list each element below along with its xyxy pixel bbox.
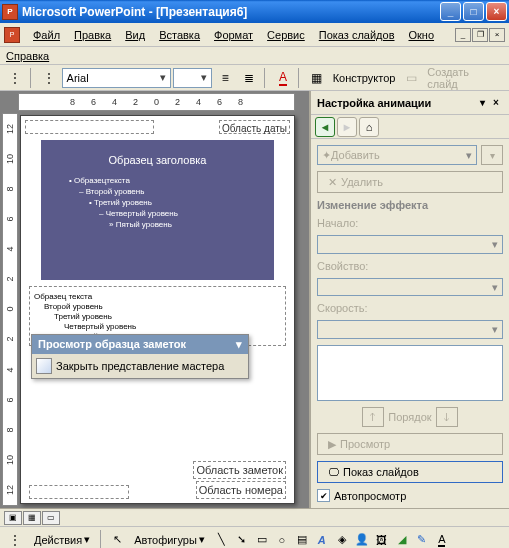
add-effect-dropdown: ✦ Добавить [317, 145, 477, 165]
rectangle-icon[interactable]: ▭ [253, 531, 271, 549]
order-up-icon: 🡑 [362, 407, 384, 427]
pane-nav: ◄ ► ⌂ [311, 115, 509, 139]
line-icon[interactable]: ╲ [213, 531, 231, 549]
minimize-button[interactable]: _ [440, 2, 461, 21]
autopreview-checkbox[interactable]: ✔ Автопросмотр [317, 489, 503, 502]
designer-button[interactable]: Конструктор [330, 72, 399, 84]
toolbar-handle-icon[interactable]: ⋮ [4, 67, 26, 89]
header-placeholder[interactable] [25, 120, 154, 134]
vertical-ruler: 12108642024681012 [2, 113, 18, 506]
start-dropdown [317, 235, 503, 254]
new-slide-icon: ▭ [400, 67, 422, 89]
close-button[interactable]: × [486, 2, 507, 21]
slide-title-placeholder: Образец заголовка [49, 154, 266, 166]
animation-task-pane: Настройка анимации ▾ × ◄ ► ⌂ ✦ Добавить … [309, 91, 509, 508]
property-dropdown [317, 278, 503, 297]
diagram-icon[interactable]: ◈ [333, 531, 351, 549]
footer-placeholder[interactable] [29, 485, 129, 499]
new-slide-button: Создать слайд [424, 66, 505, 90]
font-select[interactable]: Arial [62, 68, 171, 88]
pane-header: Настройка анимации ▾ × [311, 91, 509, 115]
notes-master-canvas[interactable]: Область даты Образец заголовка • Образец… [20, 115, 295, 504]
normal-view-icon[interactable]: ▣ [4, 511, 22, 525]
close-master-button[interactable]: Закрыть представление мастера [56, 360, 224, 372]
doc-restore-button[interactable]: ❐ [472, 28, 488, 42]
picture-icon[interactable]: 🖼 [373, 531, 391, 549]
nav-forward-icon: ► [337, 117, 357, 137]
slide-body-placeholder: • Образецтекста – Второй уровень • Трети… [49, 176, 266, 229]
menu-window[interactable]: Окно [402, 27, 442, 43]
master-toolbar-title[interactable]: Просмотр образца заметок [32, 335, 248, 354]
maximize-button[interactable]: □ [463, 2, 484, 21]
arrow-icon[interactable]: ➘ [233, 531, 251, 549]
preview-button: ▶ Просмотр [317, 433, 503, 455]
font-color2-icon[interactable]: A [433, 531, 451, 549]
notes-area-label[interactable]: Область заметок [193, 461, 286, 479]
draw-handle-icon[interactable]: ⋮ [4, 529, 26, 549]
number-placeholder[interactable]: Область номера [196, 481, 286, 499]
start-label: Начало: [317, 217, 503, 229]
editor-area: 864202468 12108642024681012 Область даты… [0, 91, 309, 508]
wordart-icon[interactable]: A [313, 531, 331, 549]
menu-edit[interactable]: Правка [67, 27, 118, 43]
font-size-select[interactable] [173, 68, 213, 88]
doc-minimize-button[interactable]: _ [455, 28, 471, 42]
add-effect-more-button: ▾ [481, 145, 503, 165]
order-down-icon: 🡓 [436, 407, 458, 427]
slideshow-button[interactable]: 🖵 Показ слайдов [317, 461, 503, 483]
menu-help[interactable]: Справка [6, 50, 49, 62]
property-label: Свойство: [317, 260, 503, 272]
nav-back-icon[interactable]: ◄ [315, 117, 335, 137]
menu-file[interactable]: Файл [26, 27, 67, 43]
master-view-toolbar[interactable]: Просмотр образца заметок Закрыть предста… [31, 334, 249, 379]
menu-view[interactable]: Вид [118, 27, 152, 43]
speed-label: Скорость: [317, 302, 503, 314]
effects-listbox[interactable] [317, 345, 503, 401]
menu-format[interactable]: Формат [207, 27, 260, 43]
menu-bar: P Файл Правка Вид Вставка Формат Сервис … [0, 23, 509, 47]
drawing-toolbar: ⋮ Действия ▾ ↖ Автофигуры ▾ ╲ ➘ ▭ ○ ▤ A … [0, 526, 509, 548]
slide-preview[interactable]: Образец заголовка • Образецтекста – Втор… [41, 140, 274, 280]
pane-title: Настройка анимации [317, 97, 475, 109]
order-label: Порядок [388, 411, 431, 423]
pane-menu-icon[interactable]: ▾ [475, 96, 489, 110]
document-icon: P [4, 27, 20, 43]
view-buttons-bar: ▣ ▦ ▭ [0, 508, 509, 526]
doc-close-button[interactable]: × [489, 28, 505, 42]
remove-effect-button: ✕ Удалить [317, 171, 503, 193]
actions-menu[interactable]: Действия ▾ [28, 530, 96, 549]
bullets-icon[interactable]: ≡ [214, 67, 236, 89]
horizontal-ruler: 864202468 [18, 93, 295, 111]
font-color-icon[interactable]: A [272, 67, 294, 89]
sorter-view-icon[interactable]: ▦ [23, 511, 41, 525]
pane-close-icon[interactable]: × [489, 96, 503, 110]
autoshapes-menu[interactable]: Автофигуры ▾ [128, 530, 211, 549]
fill-color-icon[interactable]: ◢ [393, 531, 411, 549]
title-text: Microsoft PowerPoint - [Презентация6] [22, 5, 440, 19]
oval-icon[interactable]: ○ [273, 531, 291, 549]
menu-slideshow[interactable]: Показ слайдов [312, 27, 402, 43]
help-bar: Справка [0, 47, 509, 65]
slideshow-view-icon[interactable]: ▭ [42, 511, 60, 525]
checkbox-icon: ✔ [317, 489, 330, 502]
change-effect-label: Изменение эффекта [317, 199, 503, 211]
designer-icon[interactable]: ▦ [306, 67, 328, 89]
date-placeholder[interactable]: Область даты [219, 120, 290, 134]
menu-tools[interactable]: Сервис [260, 27, 312, 43]
toolbar-handle2-icon[interactable]: ⋮ [38, 67, 60, 89]
clipart-icon[interactable]: 👤 [353, 531, 371, 549]
numbering-icon[interactable]: ≣ [238, 67, 260, 89]
select-icon[interactable]: ↖ [108, 531, 126, 549]
title-bar: P Microsoft PowerPoint - [Презентация6] … [0, 0, 509, 23]
main-area: 864202468 12108642024681012 Область даты… [0, 91, 509, 508]
speed-dropdown [317, 320, 503, 339]
formatting-toolbar: ⋮ ⋮ Arial ≡ ≣ A ▦ Конструктор ▭ Создать … [0, 65, 509, 91]
app-icon: P [2, 4, 18, 20]
nav-home-icon[interactable]: ⌂ [359, 117, 379, 137]
close-master-icon [36, 358, 52, 374]
menu-insert[interactable]: Вставка [152, 27, 207, 43]
line-color-icon[interactable]: ✎ [413, 531, 431, 549]
textbox-icon[interactable]: ▤ [293, 531, 311, 549]
